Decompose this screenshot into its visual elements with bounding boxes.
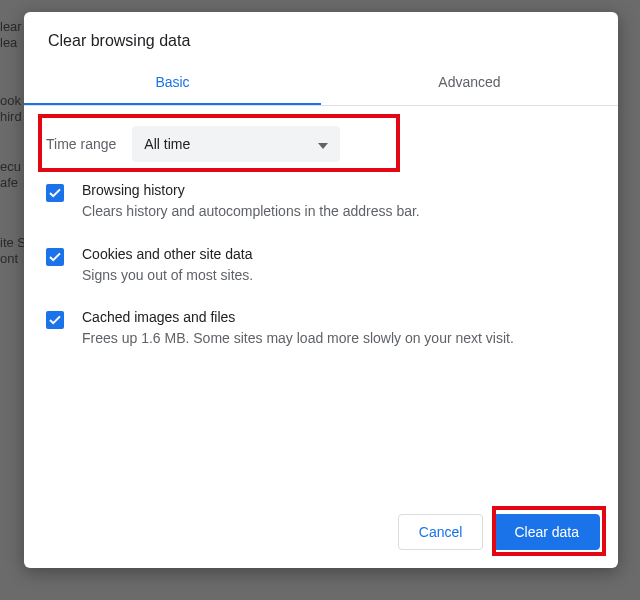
chevron-down-icon bbox=[318, 136, 328, 152]
option-text: Cached images and files Frees up 1.6 MB.… bbox=[82, 309, 514, 349]
option-title: Cached images and files bbox=[82, 309, 514, 325]
checkbox-cookies[interactable] bbox=[46, 248, 64, 266]
time-range-select[interactable]: All time bbox=[132, 126, 340, 162]
dialog-content: Time range All time Browsing history Cle… bbox=[24, 106, 618, 500]
time-range-label: Time range bbox=[46, 136, 116, 152]
option-desc: Frees up 1.6 MB. Some sites may load mor… bbox=[82, 329, 514, 349]
option-cache: Cached images and files Frees up 1.6 MB.… bbox=[46, 295, 596, 359]
tab-bar: Basic Advanced bbox=[24, 62, 618, 106]
dialog-title: Clear browsing data bbox=[24, 12, 618, 62]
option-title: Browsing history bbox=[82, 182, 420, 198]
option-text: Browsing history Clears history and auto… bbox=[82, 182, 420, 222]
time-range-value: All time bbox=[144, 136, 190, 152]
option-desc: Signs you out of most sites. bbox=[82, 266, 253, 286]
tab-basic-label: Basic bbox=[155, 74, 189, 90]
option-browsing-history: Browsing history Clears history and auto… bbox=[46, 168, 596, 232]
clear-data-button[interactable]: Clear data bbox=[493, 514, 600, 550]
check-icon bbox=[49, 248, 61, 266]
cancel-button-label: Cancel bbox=[419, 524, 463, 540]
check-icon bbox=[49, 311, 61, 329]
option-desc: Clears history and autocompletions in th… bbox=[82, 202, 420, 222]
dialog-footer: Cancel Clear data bbox=[24, 500, 618, 568]
option-title: Cookies and other site data bbox=[82, 246, 253, 262]
checkbox-browsing-history[interactable] bbox=[46, 184, 64, 202]
option-text: Cookies and other site data Signs you ou… bbox=[82, 246, 253, 286]
clear-data-button-label: Clear data bbox=[514, 524, 579, 540]
tab-advanced-label: Advanced bbox=[438, 74, 500, 90]
time-range-row: Time range All time bbox=[46, 120, 596, 168]
cancel-button[interactable]: Cancel bbox=[398, 514, 484, 550]
clear-browsing-data-dialog: Clear browsing data Basic Advanced Time … bbox=[24, 12, 618, 568]
tab-advanced[interactable]: Advanced bbox=[321, 62, 618, 105]
checkbox-cache[interactable] bbox=[46, 311, 64, 329]
option-cookies: Cookies and other site data Signs you ou… bbox=[46, 232, 596, 296]
tab-basic[interactable]: Basic bbox=[24, 62, 321, 105]
check-icon bbox=[49, 184, 61, 202]
